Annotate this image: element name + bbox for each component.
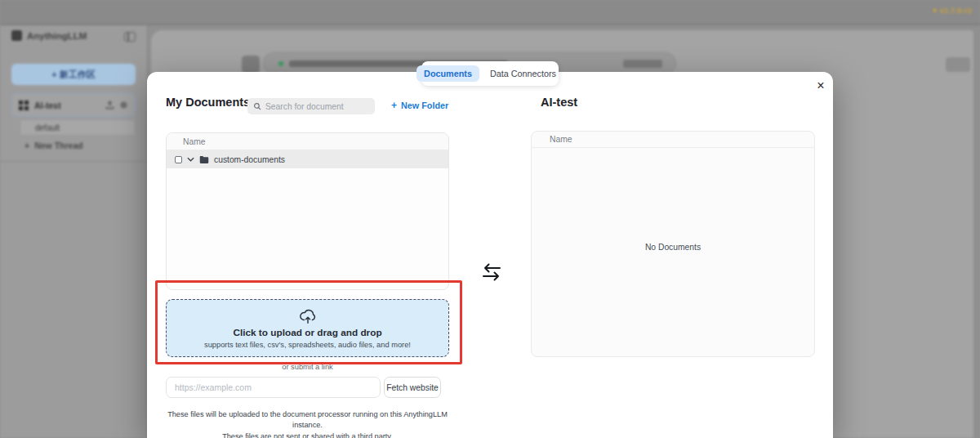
document-search — [247, 98, 375, 114]
chevron-down-icon[interactable] — [187, 157, 194, 162]
search-input[interactable] — [265, 102, 363, 111]
my-documents-title: My Documents — [166, 96, 250, 109]
dropzone-title: Click to upload or drag and drop — [233, 327, 381, 338]
name-column-header: Name — [550, 135, 572, 144]
plus-icon: + — [391, 101, 397, 110]
top-bar: ♥ v1.7.5-r2 — [0, 0, 980, 25]
sidebar: AnythingLLM + 新工作区 AI-test — [0, 25, 148, 438]
grid-icon — [19, 101, 29, 110]
url-input[interactable] — [166, 377, 381, 398]
empty-state-label: No Documents — [532, 243, 814, 252]
close-icon[interactable]: × — [812, 77, 830, 95]
thread-name: default — [35, 123, 60, 132]
workspace-name: AI-test — [34, 101, 100, 110]
version-text: v1.7.5-r2 — [940, 7, 972, 15]
plus-icon: + — [24, 141, 29, 150]
modal-tabbar: Documents Data Connectors — [421, 61, 559, 86]
new-workspace-button[interactable]: + 新工作区 — [11, 64, 136, 85]
chat-button-blob — [623, 60, 662, 68]
upload-icon[interactable] — [105, 101, 114, 110]
screen: ♥ v1.7.5-r2 AnythingLLM + 新工作区 AI-test — [0, 0, 980, 438]
dropzone-subtitle: supports text files, csv's, spreadsheets… — [204, 341, 411, 349]
upload-disclaimer: These files will be uploaded to the docu… — [158, 409, 457, 438]
documents-list: Name custom-documents — [166, 132, 449, 290]
sidebar-item-thread[interactable]: default — [20, 119, 136, 136]
row-checkbox[interactable] — [175, 156, 182, 163]
new-folder-button[interactable]: + New Folder — [391, 101, 448, 110]
version-badge: ♥ v1.7.5-r2 — [933, 7, 972, 15]
fetch-website-button[interactable]: Fetch website — [384, 377, 441, 398]
status-dot — [278, 61, 283, 66]
tab-data-connectors[interactable]: Data Connectors — [483, 65, 564, 82]
or-submit-link-label: or submit a link — [166, 363, 449, 371]
folder-icon — [199, 155, 209, 163]
folder-name: custom-documents — [214, 155, 285, 164]
disclaimer-line-1: These files will be uploaded to the docu… — [158, 409, 457, 431]
disclaimer-line-2: These files are not sent or shared with … — [158, 431, 457, 438]
document-manager-modal: × My Documents + New Folder Name — [147, 72, 833, 438]
table-row[interactable]: custom-documents — [167, 150, 448, 168]
app-logo: AnythingLLM — [11, 30, 87, 41]
name-column-header: Name — [183, 137, 205, 146]
sidebar-collapse-icon[interactable] — [124, 32, 136, 42]
logo-icon — [11, 30, 22, 41]
gear-icon[interactable] — [119, 101, 128, 110]
new-thread-button[interactable]: + New Thread — [24, 141, 83, 150]
workspace-documents-list: Name No Documents — [531, 131, 815, 357]
cloud-upload-icon — [299, 308, 317, 324]
heart-icon: ♥ — [933, 7, 938, 15]
new-thread-label: New Thread — [34, 141, 83, 150]
documents-list-header: Name — [167, 133, 448, 150]
search-icon — [253, 102, 261, 110]
new-folder-label: New Folder — [401, 101, 448, 110]
workspace-title: AI-test — [541, 96, 577, 109]
tab-documents[interactable]: Documents — [416, 65, 479, 82]
panel-corner-blob — [946, 57, 970, 72]
move-documents-icon — [479, 260, 504, 284]
sidebar-item-workspace[interactable]: AI-test — [11, 93, 136, 117]
workspace-list-header: Name — [532, 132, 814, 148]
upload-dropzone[interactable]: Click to upload or drag and drop support… — [166, 299, 449, 357]
sidebar-divider — [0, 161, 148, 162]
logo-text: AnythingLLM — [27, 31, 87, 41]
chat-avatar-blob — [242, 56, 260, 74]
